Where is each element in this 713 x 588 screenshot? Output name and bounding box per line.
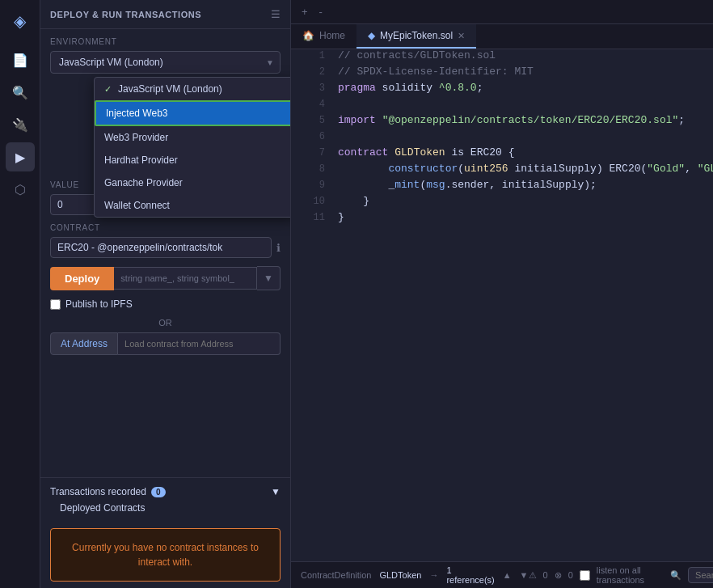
sidebar-item-plugin[interactable]: 🔌 xyxy=(6,110,35,139)
transactions-title-row: Transactions recorded 0 xyxy=(50,486,166,497)
search-tx-input[interactable] xyxy=(688,567,713,583)
forward-icon: → xyxy=(429,570,438,580)
code-line-4: 4 xyxy=(291,98,713,114)
sidebar-item-git[interactable]: ⬡ xyxy=(6,175,35,204)
listen-label: listen on all transactions xyxy=(597,565,664,585)
sidebar-item-search[interactable]: 🔍 xyxy=(6,78,35,107)
contract-def-name: GLDToken xyxy=(379,570,421,580)
code-line-2: 2 // SPDX-License-Identifier: MIT xyxy=(291,66,713,82)
deployed-contracts-title: Deployed Contracts xyxy=(50,497,281,517)
env-option-hardhat[interactable]: Hardhat Provider xyxy=(95,149,290,171)
tab-home[interactable]: 🏠 Home xyxy=(291,24,356,49)
publish-ipfs-checkbox[interactable] xyxy=(50,299,61,310)
transactions-header[interactable]: Transactions recorded 0 ▼ xyxy=(50,486,281,497)
status-left: ContractDefinition GLDToken → 1 referenc… xyxy=(301,565,529,585)
env-option-wallet[interactable]: Wallet Connect xyxy=(95,194,290,217)
no-contract-box: Currently you have no contract instances… xyxy=(50,528,281,582)
env-vm-label: JavaScript VM (London) xyxy=(118,83,222,95)
sol-tab-icon: ◆ xyxy=(368,30,375,41)
code-text: } xyxy=(338,195,369,207)
code-text: contract GLDToken is ERC20 { xyxy=(338,146,514,159)
warning-icon: ⚠ xyxy=(529,570,537,581)
at-address-input[interactable] xyxy=(118,332,281,355)
contract-select[interactable]: ERC20 - @openzeppelin/contracts/tok xyxy=(50,237,272,258)
sidebar: ◈ 📄 🔍 🔌 ▶ ⬡ xyxy=(0,0,40,588)
code-text: // contracts/GLDToken.sol xyxy=(338,49,496,61)
code-text: // SPDX-License-Identifier: MIT xyxy=(338,66,534,78)
transactions-label: Transactions recorded xyxy=(50,486,146,497)
nav-down-icon[interactable]: ▼ xyxy=(520,570,529,580)
error-icon: ⊗ xyxy=(555,570,562,581)
home-tab-icon: 🏠 xyxy=(302,30,314,41)
error-count: 0 xyxy=(568,570,573,580)
transactions-section: Transactions recorded 0 ▼ Deployed Contr… xyxy=(40,477,290,522)
contract-row: ERC20 - @openzeppelin/contracts/tok ℹ xyxy=(50,237,281,258)
warning-count: 0 xyxy=(543,570,548,580)
environment-dropdown-wrapper: JavaScript VM (London) Injected Web3 Web… xyxy=(50,51,281,74)
tab-myepictoken[interactable]: ◆ MyEpicToken.sol ✕ xyxy=(356,24,476,49)
code-line-6: 6 xyxy=(291,130,713,146)
or-divider: OR xyxy=(50,318,281,328)
zoom-in-button[interactable]: + xyxy=(297,3,312,20)
panel-header: DEPLOY & RUN TRANSACTIONS ☰ xyxy=(40,0,290,29)
code-text: import "@openzeppelin/contracts/token/ER… xyxy=(338,114,685,126)
code-line-11: 11 } xyxy=(291,211,713,227)
nav-up-icon[interactable]: ▲ xyxy=(503,570,512,580)
environment-label: ENVIRONMENT xyxy=(50,37,281,46)
search-tx-icon: 🔍 xyxy=(670,570,681,581)
env-wallet-label: Wallet Connect xyxy=(104,200,170,211)
env-ganache-label: Ganache Provider xyxy=(104,177,183,188)
code-line-1: 1 // contracts/GLDToken.sol xyxy=(291,49,713,66)
contract-def-label: ContractDefinition xyxy=(301,570,371,580)
deploy-button[interactable]: Deploy xyxy=(50,267,114,290)
env-hardhat-label: Hardhat Provider xyxy=(104,154,178,166)
status-right: ⚠ 0 ⊗ 0 listen on all transactions 🔍 xyxy=(529,565,714,585)
status-bar: ContractDefinition GLDToken → 1 referenc… xyxy=(291,561,713,588)
code-text: constructor(uint256 initialSupply) ERC20… xyxy=(338,163,713,175)
environment-select[interactable]: JavaScript VM (London) Injected Web3 Web… xyxy=(50,51,281,74)
code-text: _mint(msg.sender, initialSupply); xyxy=(338,179,597,191)
sidebar-item-deploy[interactable]: ▶ xyxy=(6,142,35,171)
panel-title: DEPLOY & RUN TRANSACTIONS xyxy=(50,10,201,19)
listen-all-checkbox[interactable] xyxy=(580,570,590,581)
contract-info-icon[interactable]: ℹ xyxy=(276,242,281,254)
tab-bar: 🏠 Home ◆ MyEpicToken.sol ✕ xyxy=(291,24,713,49)
env-option-injected[interactable]: Injected Web3 xyxy=(95,100,290,126)
code-text: pragma solidity ^0.8.0; xyxy=(338,82,483,94)
zoom-out-button[interactable]: - xyxy=(315,3,327,20)
editor-toolbar: + - xyxy=(291,0,713,24)
code-line-5: 5 import "@openzeppelin/contracts/token/… xyxy=(291,114,713,130)
code-line-9: 9 _mint(msg.sender, initialSupply); xyxy=(291,179,713,195)
sidebar-item-files[interactable]: 📄 xyxy=(6,45,35,74)
env-web3-label: Web3 Provider xyxy=(104,132,168,143)
deploy-chevron-icon[interactable]: ▼ xyxy=(257,266,281,290)
at-address-row: At Address xyxy=(50,332,281,355)
environment-section: ENVIRONMENT JavaScript VM (London) Injec… xyxy=(50,37,281,74)
app-logo: ◈ xyxy=(6,6,35,36)
code-line-8: 8 constructor(uint256 initialSupply) ERC… xyxy=(291,163,713,179)
home-tab-label: Home xyxy=(319,30,345,41)
transactions-collapse-icon: ▼ xyxy=(271,486,281,497)
tab-close-icon[interactable]: ✕ xyxy=(458,31,465,41)
code-text: } xyxy=(338,211,344,223)
env-option-ganache[interactable]: Ganache Provider xyxy=(95,171,290,194)
deploy-args-text: string name_, string symbol_ xyxy=(114,267,257,290)
publish-ipfs-label: Publish to IPFS xyxy=(65,298,133,310)
collapse-icon[interactable]: ☰ xyxy=(271,8,281,20)
env-option-vm[interactable]: ✓ JavaScript VM (London) xyxy=(95,78,290,100)
env-dropdown-overlay: ✓ JavaScript VM (London) Injected Web3 W… xyxy=(94,77,290,218)
check-icon: ✓ xyxy=(104,84,112,95)
code-editor: 1 // contracts/GLDToken.sol 2 // SPDX-Li… xyxy=(291,49,713,561)
editor-area: + - 🏠 Home ◆ MyEpicToken.sol ✕ 1 // cont… xyxy=(291,0,713,588)
code-line-3: 3 pragma solidity ^0.8.0; xyxy=(291,82,713,98)
references-count: 1 reference(s) xyxy=(446,565,494,585)
at-address-button[interactable]: At Address xyxy=(50,332,118,355)
publish-ipfs-row: Publish to IPFS xyxy=(50,298,281,310)
deploy-row: Deploy string name_, string symbol_ ▼ xyxy=(50,266,281,290)
deploy-panel: DEPLOY & RUN TRANSACTIONS ☰ ENVIRONMENT … xyxy=(40,0,291,588)
env-injected-label: Injected Web3 xyxy=(106,108,168,119)
contract-label: CONTRACT xyxy=(50,223,281,232)
code-line-10: 10 } xyxy=(291,195,713,211)
env-option-web3[interactable]: Web3 Provider xyxy=(95,126,290,149)
code-line-7: 7 contract GLDToken is ERC20 { xyxy=(291,146,713,163)
